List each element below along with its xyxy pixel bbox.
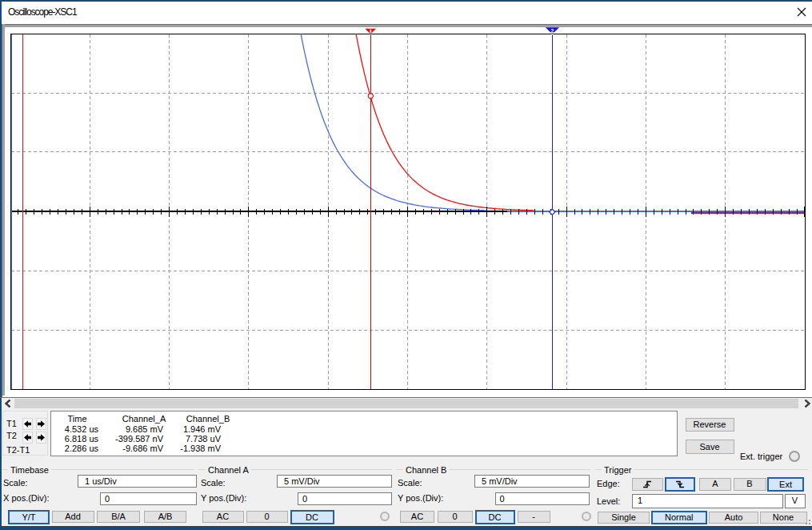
- svg-text:2: 2: [550, 27, 554, 34]
